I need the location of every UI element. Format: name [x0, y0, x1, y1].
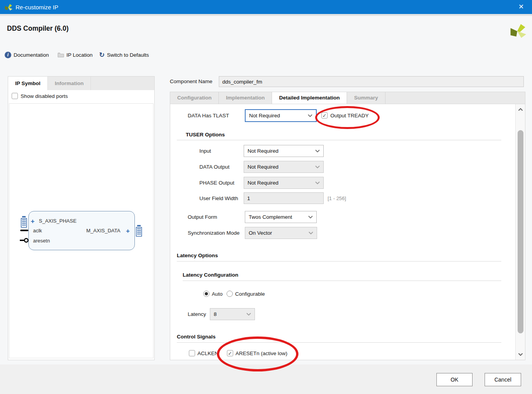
tuser-options-title: TUSER Options	[186, 132, 225, 138]
chevron-down-icon	[308, 114, 312, 117]
latency-configurable-radio[interactable]	[227, 291, 233, 297]
detailed-implementation-content: DATA Has TLAST Not Required ✓ Output TRE…	[170, 104, 525, 360]
latency-label: Latency	[188, 311, 206, 317]
output-form-value: Twos Complement	[249, 214, 292, 220]
aclken-checkbox[interactable]: ✓	[189, 350, 195, 356]
tuser-input-value: Not Required	[248, 148, 279, 154]
bus-connector-right-icon	[135, 225, 143, 237]
tuser-data-output-dropdown: Not Required	[244, 161, 324, 173]
aclken-label: ACLKEN	[197, 350, 218, 356]
ip-location-label: IP Location	[66, 52, 92, 58]
cancel-button[interactable]: Cancel	[485, 373, 521, 386]
scroll-down-icon[interactable]	[516, 350, 525, 358]
output-tready-checkbox[interactable]: ✓	[321, 112, 328, 119]
port-aclk: aclk	[33, 228, 42, 234]
bus-connector-left-icon	[20, 216, 28, 228]
chevron-down-icon	[315, 166, 320, 168]
port-aresetn: aresetn	[33, 238, 50, 244]
aresetn-label: ARESETn (active low)	[235, 350, 288, 356]
aclk-pin-icon	[20, 230, 28, 231]
latency-configuration-divider	[183, 281, 501, 281]
tab-summary[interactable]: Summary	[347, 92, 385, 104]
tuser-phase-output-value: Not Required	[248, 180, 279, 186]
configuration-tabs: Configuration Implementation Detailed Im…	[170, 92, 525, 104]
info-icon: i	[5, 52, 11, 58]
output-form-dropdown[interactable]: Twos Complement	[245, 211, 317, 223]
footer-bar: OK Cancel	[0, 364, 532, 394]
titlebar-divider	[0, 14, 532, 16]
latency-auto-radio[interactable]	[203, 291, 209, 297]
latency-value: 8	[214, 311, 217, 317]
latency-auto-label: Auto	[212, 291, 223, 297]
documentation-button[interactable]: i Documentation	[5, 51, 49, 59]
ok-button[interactable]: OK	[436, 373, 473, 386]
user-field-width-range: [1 - 256]	[328, 195, 346, 201]
synchronization-mode-label: Synchronization Mode	[188, 230, 240, 236]
tab-information[interactable]: Information	[48, 77, 91, 90]
chevron-down-icon	[246, 313, 251, 316]
show-disabled-ports-label: Show disabled ports	[21, 93, 68, 99]
chevron-down-icon	[315, 181, 320, 184]
folder-icon	[58, 52, 64, 58]
ip-symbol-panel: IP Symbol Information ✓ Show disabled po…	[8, 76, 155, 360]
expand-s-axis-phase-icon[interactable]: +	[31, 218, 35, 225]
refresh-icon: ↻	[99, 52, 105, 58]
tuser-input-label: Input	[199, 148, 211, 154]
close-icon[interactable]: ✕	[513, 0, 529, 14]
data-has-tlast-dropdown[interactable]: Not Required	[245, 109, 317, 122]
ip-symbol-body: ✓ Show disabled ports + S_AXIS_PHASE acl…	[8, 90, 154, 360]
user-field-width-label: User Field Width	[199, 195, 238, 201]
output-tready-label: Output TREADY	[330, 113, 369, 119]
recustomize-ip-dialog: Re-customize IP ✕ DDS Compiler (6.0) i D…	[0, 0, 532, 394]
data-has-tlast-value: Not Required	[249, 113, 280, 119]
component-name-label: Component Name	[170, 78, 213, 84]
ip-location-button[interactable]: IP Location	[58, 51, 92, 59]
output-form-label: Output Form	[188, 214, 217, 220]
show-disabled-ports-row: ✓ Show disabled ports	[12, 93, 68, 99]
port-m-axis-data: M_AXIS_DATA	[86, 228, 120, 234]
latency-options-title: Latency Options	[177, 253, 218, 258]
data-has-tlast-label: DATA Has TLAST	[188, 113, 229, 119]
port-s-axis-phase: S_AXIS_PHASE	[39, 218, 77, 224]
window-title: Re-customize IP	[16, 4, 58, 10]
chevron-down-icon	[308, 216, 313, 218]
latency-configuration-title: Latency Configuration	[183, 272, 238, 278]
tab-configuration[interactable]: Configuration	[170, 92, 219, 104]
tuser-phase-output-dropdown: Not Required	[244, 177, 324, 189]
tab-ip-symbol[interactable]: IP Symbol	[8, 77, 48, 90]
xilinx-logo-icon	[4, 3, 12, 11]
latency-dropdown: 8	[210, 308, 255, 320]
show-disabled-ports-checkbox[interactable]: ✓	[12, 93, 18, 99]
control-signals-divider	[177, 342, 501, 343]
user-field-width-value: 1	[247, 195, 250, 201]
latency-configurable-label: Configurable	[235, 291, 265, 297]
control-signals-title: Control Signals	[177, 334, 216, 340]
aresetn-checkbox[interactable]: ✓	[227, 350, 233, 356]
scroll-up-icon[interactable]	[516, 106, 525, 113]
tuser-data-output-value: Not Required	[248, 164, 279, 170]
synchronization-mode-value: On Vector	[249, 230, 272, 236]
documentation-label: Documentation	[14, 52, 49, 58]
latency-options-divider	[177, 261, 501, 262]
component-name-input[interactable]	[219, 76, 524, 87]
switch-to-defaults-label: Switch to Defaults	[107, 52, 149, 58]
tuser-options-divider	[177, 140, 501, 140]
xilinx-logo-large-icon	[508, 21, 526, 39]
tab-implementation[interactable]: Implementation	[219, 92, 272, 104]
chevron-down-icon	[315, 150, 320, 152]
left-panel-tabs: IP Symbol Information	[8, 77, 154, 90]
synchronization-mode-dropdown: On Vector	[245, 227, 317, 239]
page-title: DDS Compiler (6.0)	[7, 24, 69, 33]
user-field-width-input: 1	[244, 192, 324, 204]
tab-detailed-implementation[interactable]: Detailed Implementation	[272, 92, 347, 104]
chevron-down-icon	[309, 232, 313, 234]
tuser-phase-output-label: PHASE Output	[199, 180, 234, 186]
aresetn-pin-icon	[20, 238, 29, 243]
tuser-data-output-label: DATA Output	[199, 164, 230, 170]
switch-to-defaults-button[interactable]: ↻ Switch to Defaults	[99, 51, 149, 59]
expand-m-axis-data-icon[interactable]: +	[126, 228, 130, 234]
scrollbar-thumb[interactable]	[518, 130, 523, 333]
tuser-input-dropdown[interactable]: Not Required	[244, 145, 324, 157]
titlebar: Re-customize IP ✕	[0, 0, 532, 14]
vertical-scrollbar[interactable]	[515, 104, 525, 360]
